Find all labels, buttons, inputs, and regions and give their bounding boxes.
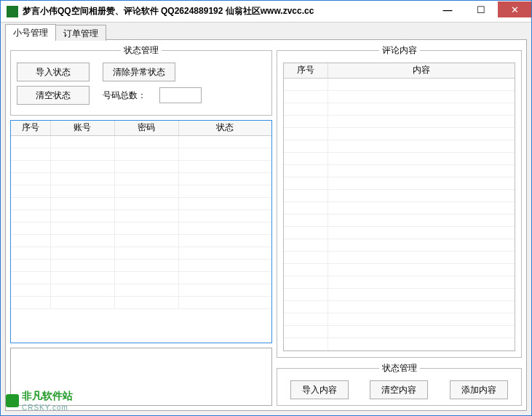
table-row[interactable]: [11, 197, 271, 209]
table-row[interactable]: [284, 127, 515, 140]
table-row[interactable]: [284, 263, 515, 276]
account-table: 序号 账号 密码 状态: [11, 121, 271, 309]
client-area: 小号管理 订单管理 状态管理 导入状态 清除异常状态 清空状态 号码总数：: [1, 23, 531, 415]
content-table: 序号 内容: [284, 63, 515, 351]
window-title: 梦言小伟QQ空间相册赞、评论软件 QQ2624889192 仙翁社区www.zv…: [23, 5, 431, 17]
table-row[interactable]: [11, 259, 271, 271]
account-grid[interactable]: 序号 账号 密码 状态: [10, 120, 272, 343]
clear-abnormal-button[interactable]: 清除异常状态: [103, 63, 175, 81]
col-c-content[interactable]: 内容: [327, 63, 515, 78]
table-row[interactable]: [284, 239, 515, 251]
content-grid[interactable]: 序号 内容: [283, 63, 515, 351]
table-row[interactable]: [284, 164, 515, 177]
import-content-button[interactable]: 导入内容: [290, 380, 349, 399]
left-column: 状态管理 导入状态 清除异常状态 清空状态 号码总数：: [10, 44, 272, 406]
empty-state-button[interactable]: 清空状态: [17, 86, 90, 105]
app-icon: [7, 6, 18, 17]
content-group: 评论内容 序号 内容: [277, 44, 522, 358]
table-row[interactable]: [284, 325, 515, 337]
col-c-idx[interactable]: 序号: [284, 63, 327, 78]
tab-panel-account: 状态管理 导入状态 清除异常状态 清空状态 号码总数：: [5, 39, 527, 411]
table-row[interactable]: [284, 313, 515, 325]
content-group-legend: 评论内容: [379, 44, 420, 57]
bottom-actions: 状态管理 导入内容 清空内容 添加内容: [277, 362, 522, 406]
col-stat[interactable]: 状态: [178, 121, 271, 135]
table-row[interactable]: [284, 103, 515, 115]
titlebar: 梦言小伟QQ空间相册赞、评论软件 QQ2624889192 仙翁社区www.zv…: [1, 1, 531, 23]
table-row[interactable]: [284, 300, 515, 313]
count-label: 号码总数：: [103, 89, 146, 102]
table-row[interactable]: [11, 247, 271, 259]
table-row[interactable]: [11, 135, 271, 148]
table-row[interactable]: [284, 115, 515, 127]
table-row[interactable]: [284, 90, 515, 103]
tab-account[interactable]: 小号管理: [5, 24, 56, 40]
log-box[interactable]: [10, 348, 272, 406]
table-row[interactable]: [284, 152, 515, 164]
state-group: 状态管理 导入状态 清除异常状态 清空状态 号码总数：: [10, 44, 272, 116]
action-group: 状态管理 导入内容 清空内容 添加内容: [277, 362, 522, 406]
right-column: 评论内容 序号 内容: [277, 44, 522, 406]
table-row[interactable]: [11, 296, 271, 308]
col-pwd[interactable]: 密码: [114, 121, 178, 135]
table-row[interactable]: [11, 222, 271, 234]
table-row[interactable]: [11, 209, 271, 222]
table-row[interactable]: [11, 284, 271, 296]
window-controls: — ☐ ✕: [431, 1, 531, 22]
add-content-button[interactable]: 添加内容: [450, 380, 508, 399]
minimize-button[interactable]: —: [431, 1, 464, 17]
table-row[interactable]: [11, 271, 271, 284]
table-row[interactable]: [284, 214, 515, 226]
table-row[interactable]: [284, 140, 515, 152]
table-row[interactable]: [284, 177, 515, 189]
col-idx[interactable]: 序号: [11, 121, 50, 135]
state-group-legend: 状态管理: [121, 44, 162, 57]
table-row[interactable]: [284, 251, 515, 263]
tab-order[interactable]: 订单管理: [55, 25, 106, 41]
table-row[interactable]: [11, 234, 271, 247]
action-group-legend: 状态管理: [379, 362, 420, 375]
count-value: [159, 87, 202, 103]
table-row[interactable]: [11, 172, 271, 185]
table-row[interactable]: [284, 226, 515, 239]
table-row[interactable]: [284, 201, 515, 214]
table-row[interactable]: [11, 148, 271, 160]
table-row[interactable]: [284, 276, 515, 288]
table-row[interactable]: [284, 288, 515, 300]
col-acc[interactable]: 账号: [50, 121, 114, 135]
import-state-button[interactable]: 导入状态: [17, 63, 90, 81]
close-button[interactable]: ✕: [498, 1, 531, 17]
table-row[interactable]: [284, 337, 515, 350]
table-row[interactable]: [284, 189, 515, 201]
tabs: 小号管理 订单管理: [5, 24, 527, 40]
content-header-row: 序号 内容: [284, 63, 515, 78]
empty-content-button[interactable]: 清空内容: [370, 380, 428, 399]
maximize-button[interactable]: ☐: [464, 1, 498, 17]
table-row[interactable]: [284, 78, 515, 90]
table-row[interactable]: [11, 160, 271, 172]
table-row[interactable]: [11, 185, 271, 197]
account-header-row: 序号 账号 密码 状态: [11, 121, 271, 135]
